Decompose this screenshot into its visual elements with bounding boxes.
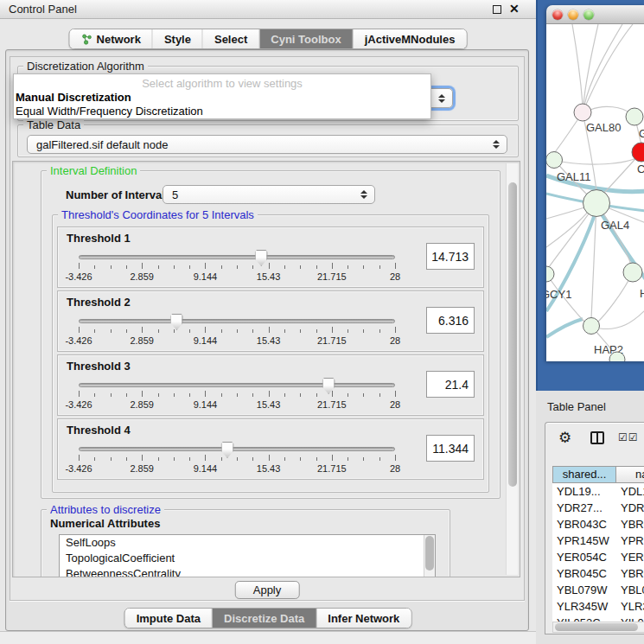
zoom-traffic-light-icon[interactable]	[583, 10, 594, 20]
cell-shared-name[interactable]: YPR145W	[552, 532, 616, 549]
network-canvas[interactable]: GAL80GACGAL11GAL4GCY1HHAP2	[546, 24, 644, 361]
network-node-hap2[interactable]	[583, 318, 600, 335]
cell-shared-name[interactable]: YDL19...	[552, 483, 616, 500]
scrollbar-thumb[interactable]	[425, 536, 434, 571]
dropdown-option-manual[interactable]: Manual Discretization	[14, 91, 430, 105]
cell-name[interactable]: YDR2	[616, 500, 644, 516]
network-node-gcy1[interactable]	[546, 266, 554, 282]
network-node-gal11[interactable]	[546, 152, 563, 169]
threshold-value-field[interactable]: 14.713	[426, 243, 475, 270]
table-row[interactable]: YPR145WYPR1	[552, 532, 644, 549]
cell-name[interactable]: YBR0	[616, 516, 644, 532]
gear-icon[interactable]: ⚙	[558, 429, 571, 447]
tab-infer-network[interactable]: Infer Network	[316, 609, 411, 628]
scale-label: 21.715	[317, 463, 347, 474]
tick-mark	[363, 457, 364, 461]
tab-label: Cyni Toolbox	[271, 33, 341, 46]
network-edge[interactable]	[583, 24, 633, 112]
tab-jactivemnodules[interactable]: jActiveMNodules	[354, 29, 467, 48]
scale-label: 28	[390, 463, 400, 474]
scrollbar-thumb[interactable]	[508, 182, 517, 487]
thresholds-group: Threshold's Coordinates for 5 Intervals …	[52, 214, 489, 493]
cell-name[interactable]: YDL1	[616, 483, 644, 500]
split-columns-icon[interactable]	[590, 431, 604, 444]
network-edge-thick[interactable]	[546, 319, 583, 337]
dropdown-option-equal-width[interactable]: Equal Width/Frequency Discretization	[14, 105, 430, 118]
scale-label: 15.43	[257, 399, 281, 410]
tick-mark	[94, 265, 95, 269]
tab-discretize-data[interactable]: Discretize Data	[213, 609, 316, 628]
threshold-slider[interactable]: -3.4262.8599.14415.4321.71528	[79, 248, 395, 286]
cell-shared-name[interactable]: YBL079W	[552, 582, 616, 598]
threshold-value-field[interactable]: 11.344	[426, 435, 475, 462]
network-node-h[interactable]	[623, 263, 642, 282]
cell-shared-name[interactable]: YBR045C	[552, 565, 616, 582]
threshold-slider[interactable]: -3.4262.8599.14415.4321.71528	[79, 440, 395, 478]
threshold-value-field[interactable]: 6.316	[426, 307, 475, 334]
cell-name[interactable]: YPR1	[616, 532, 644, 549]
cell-shared-name[interactable]: YLR345W	[552, 598, 616, 615]
scale-label: 9.144	[194, 335, 218, 346]
slider-scale-labels: -3.4262.8599.14415.4321.71528	[79, 335, 395, 346]
attribute-list-item[interactable]: BetweennessCentrality	[60, 566, 435, 577]
combo-value: galFiltered.sif default node	[36, 138, 168, 151]
threshold-slider[interactable]: -3.4262.8599.14415.4321.71528	[79, 312, 395, 350]
scrollbar-thumb[interactable]	[555, 623, 638, 631]
table-row[interactable]: YER054CYER0	[552, 549, 644, 565]
table-row[interactable]: YDR27...YDR2	[552, 500, 644, 516]
table-row[interactable]: YDL19...YDL1	[552, 483, 644, 500]
network-node-gal80[interactable]	[574, 104, 591, 121]
apply-button[interactable]: Apply	[235, 581, 300, 599]
table-data-combobox[interactable]: galFiltered.sif default node	[27, 135, 507, 154]
float-window-icon[interactable]	[493, 5, 501, 14]
slider-track[interactable]	[79, 255, 395, 259]
column-header-name[interactable]: name	[616, 466, 644, 483]
table-row[interactable]: YBR043CYBR0	[552, 516, 644, 532]
tab-style[interactable]: Style	[153, 29, 203, 48]
tick-mark	[221, 393, 222, 397]
list-scrollbar[interactable]	[424, 535, 435, 577]
attribute-list-item[interactable]: SelfLoops	[60, 535, 435, 551]
tab-impute-data[interactable]: Impute Data	[125, 609, 213, 628]
network-edge[interactable]	[583, 24, 598, 105]
slider-track[interactable]	[79, 383, 395, 387]
table-horizontal-scrollbar[interactable]	[552, 622, 644, 633]
cell-shared-name[interactable]: YBR043C	[552, 516, 616, 532]
cell-name[interactable]: YBL0	[616, 582, 644, 598]
network-graph[interactable]: GAL80GACGAL11GAL4GCY1HHAP2	[546, 24, 644, 361]
tab-cyni-toolbox[interactable]: Cyni Toolbox	[259, 29, 353, 48]
top-tabstrip: Network Style Select Cyni Toolbox jActiv…	[69, 29, 468, 49]
table-row[interactable]: YBR045CYBR0	[552, 565, 644, 582]
dropdown-placeholder-option[interactable]: Select algorithm to view settings	[14, 76, 430, 91]
minimize-traffic-light-icon[interactable]	[568, 10, 578, 20]
cell-shared-name[interactable]: YDR27...	[552, 500, 616, 516]
slider-track[interactable]	[79, 447, 395, 451]
network-edge[interactable]	[554, 158, 636, 164]
network-edge[interactable]	[590, 106, 630, 113]
table-row[interactable]: YBL079WYBL0	[552, 582, 644, 598]
threshold-slider[interactable]: -3.4262.8599.14415.4321.71528	[79, 376, 395, 414]
network-window-titlebar[interactable]	[546, 5, 644, 24]
network-node-ga[interactable]	[626, 108, 643, 125]
slider-track[interactable]	[79, 319, 395, 323]
table-row[interactable]: YLR345WYLR3	[552, 598, 644, 615]
network-edge[interactable]	[572, 24, 583, 105]
tab-select[interactable]: Select	[203, 29, 259, 48]
column-header-shared-name[interactable]: shared...	[552, 466, 616, 483]
checkboxes-icon[interactable]: ☑☑	[618, 431, 639, 443]
threshold-value-field[interactable]: 21.4	[426, 371, 475, 398]
numerical-attributes-list[interactable]: SelfLoopsTopologicalCoefficientBetweenne…	[59, 534, 436, 577]
close-traffic-light-icon[interactable]	[552, 10, 563, 20]
close-icon[interactable]: ✕	[509, 2, 520, 16]
settings-vertical-scrollbar[interactable]	[506, 163, 518, 575]
cell-name[interactable]: YER0	[616, 549, 644, 565]
attribute-list-item[interactable]: TopologicalCoefficient	[60, 551, 435, 566]
cell-name[interactable]: YLR3	[616, 598, 644, 615]
cell-name[interactable]: YBR0	[616, 565, 644, 582]
network-node-gal4[interactable]	[583, 190, 610, 217]
number-of-intervals-combobox[interactable]: 5	[163, 185, 375, 204]
tick-mark	[379, 393, 380, 397]
combo-arrows-icon	[360, 190, 367, 199]
tab-network[interactable]: Network	[70, 29, 153, 48]
cell-shared-name[interactable]: YER054C	[552, 549, 616, 565]
